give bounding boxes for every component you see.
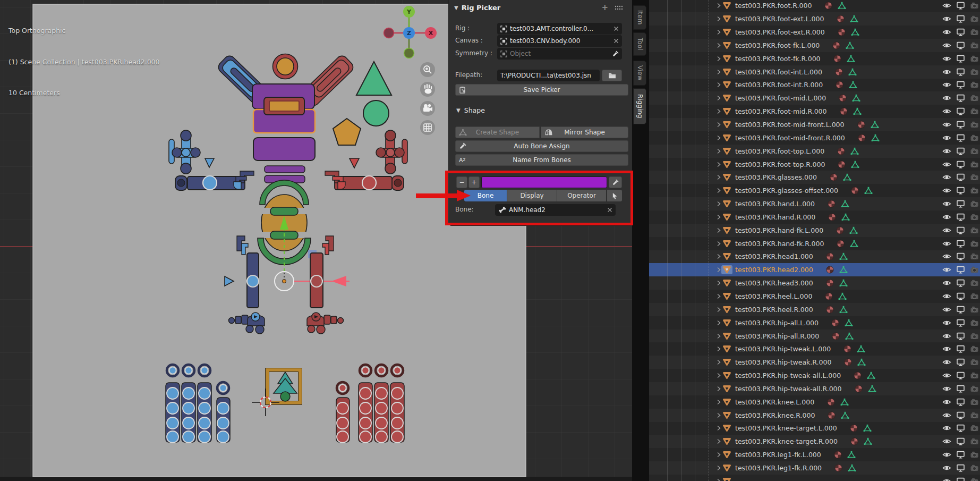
hide-eye-icon[interactable] [942,345,951,353]
expand-chevron-icon[interactable] [716,134,721,141]
disable-render-icon[interactable] [970,240,979,248]
disable-render-icon[interactable] [970,200,979,208]
expand-chevron-icon[interactable] [716,253,721,260]
material-icon[interactable] [826,252,834,260]
outliner-row[interactable]: test003.PKR.leg1-fk.R.000 [649,461,980,475]
hide-eye-icon[interactable] [942,161,951,168]
outliner-row[interactable]: test003.PKR.hand.L.000 [649,197,980,210]
hide-eye-icon[interactable] [942,292,951,300]
mesh-data-icon[interactable] [851,161,859,168]
editor-edge[interactable] [0,477,632,481]
outliner-row[interactable]: test003.PKR.foot-fk.R.000 [649,52,980,65]
material-icon[interactable] [826,306,834,314]
pick-color-button[interactable] [609,176,622,188]
mirror-shape-button[interactable]: Mirror Shape [541,126,628,138]
expand-chevron-icon[interactable] [716,95,721,102]
expand-chevron-icon[interactable] [716,319,721,326]
disable-viewport-icon[interactable] [956,81,965,89]
hide-eye-icon[interactable] [942,107,951,115]
mesh-data-icon[interactable] [839,279,848,287]
hide-eye-icon[interactable] [942,226,951,234]
color-swatch[interactable] [481,176,607,188]
remove-item-button[interactable]: − [456,176,467,188]
nav-axis-neg-x[interactable] [384,28,394,38]
disable-viewport-icon[interactable] [956,252,965,260]
disable-render-icon[interactable] [970,437,979,445]
mesh-data-icon[interactable] [843,173,851,181]
hide-eye-icon[interactable] [942,68,951,76]
material-icon[interactable] [838,161,846,168]
disable-render-icon[interactable] [970,398,979,406]
outliner-row[interactable]: test003.PKR.hip-tweak-all.L.000 [649,369,980,382]
hide-eye-icon[interactable] [942,134,951,142]
hide-eye-icon[interactable] [942,358,951,366]
viewport-3d[interactable]: Y X Z [0,0,632,481]
outliner-item-label[interactable]: test003.PKR.glasses-offset.000 [735,187,838,195]
hide-eye-icon[interactable] [942,173,951,181]
outliner-item-label[interactable]: test003.PKR.foot-mid-front.L.000 [735,121,845,129]
mesh-data-icon[interactable] [857,358,866,366]
material-icon[interactable] [839,94,847,102]
hide-eye-icon[interactable] [942,385,951,393]
disable-render-icon[interactable] [970,28,979,36]
expand-chevron-icon[interactable] [716,385,721,392]
mesh-data-icon[interactable] [864,187,873,195]
shape-section-header[interactable]: ▼ Shape [456,106,485,114]
material-icon[interactable] [836,81,843,89]
material-icon[interactable] [837,147,845,155]
mesh-data-icon[interactable] [857,345,865,353]
expand-chevron-icon[interactable] [716,148,721,155]
outliner-item-label[interactable]: test003.PKR.glasses.000 [735,173,817,181]
hide-eye-icon[interactable] [942,266,951,274]
disable-render-icon[interactable] [970,292,979,300]
outliner-item-label[interactable]: test003.PKR.hip-tweak.L.000 [735,345,831,353]
material-icon[interactable] [827,398,835,406]
mesh-data-icon[interactable] [863,424,872,432]
disable-viewport-icon[interactable] [956,55,965,63]
material-icon[interactable] [831,319,839,327]
disable-viewport-icon[interactable] [956,68,965,76]
material-icon[interactable] [834,464,842,472]
hide-eye-icon[interactable] [942,213,951,221]
disable-viewport-icon[interactable] [956,147,965,155]
outliner-row[interactable]: test003.PKR.hip-all.R.000 [649,330,980,343]
disable-viewport-icon[interactable] [956,398,965,406]
hide-eye-icon[interactable] [942,240,951,248]
mesh-data-icon[interactable] [848,464,856,472]
outliner-item-label[interactable]: test003.PKR.hand-fk.R.000 [735,240,824,248]
mesh-data-icon[interactable] [840,398,849,406]
disable-render-icon[interactable] [970,279,979,287]
disable-render-icon[interactable] [970,424,979,432]
hide-eye-icon[interactable] [942,55,951,63]
tab-view[interactable]: View [633,61,646,86]
hide-eye-icon[interactable] [942,464,951,472]
clear-canvas-button[interactable] [613,38,619,44]
mesh-data-icon[interactable] [853,107,862,115]
outliner-row[interactable]: test003.PKR.leg1-fk.L.000 [649,448,980,461]
panel-header[interactable]: ▼ Rig Picker [454,4,500,12]
add-item-button[interactable]: + [468,176,480,188]
expand-chevron-icon[interactable] [716,240,721,247]
mesh-data-icon[interactable] [847,451,856,459]
drag-dots-icon[interactable] [615,5,623,10]
hide-eye-icon[interactable] [942,81,951,89]
disable-viewport-icon[interactable] [956,345,965,353]
outliner-row[interactable]: test003.PKR.glasses-offset.000 [649,184,980,197]
outliner-item-label[interactable]: test003.PKR.hip-tweak-all.L.000 [735,372,841,379]
mesh-data-icon[interactable] [839,252,848,260]
clear-rig-button[interactable] [613,26,619,31]
nav-axis-neg-y[interactable] [404,48,414,58]
disable-render-icon[interactable] [970,451,979,459]
hide-eye-icon[interactable] [942,2,951,10]
expand-chevron-icon[interactable] [716,15,721,22]
material-icon[interactable] [840,107,848,115]
material-icon[interactable] [837,240,845,248]
disable-viewport-icon[interactable] [956,15,965,23]
disable-viewport-icon[interactable] [956,385,965,393]
disable-viewport-icon[interactable] [956,266,965,274]
mesh-data-icon[interactable] [845,332,854,340]
mesh-data-icon[interactable] [864,437,872,445]
disable-viewport-icon[interactable] [956,121,965,129]
outliner-item-label[interactable]: test003.PKR.foot-int.L.000 [735,68,822,76]
expand-chevron-icon[interactable] [716,451,721,458]
